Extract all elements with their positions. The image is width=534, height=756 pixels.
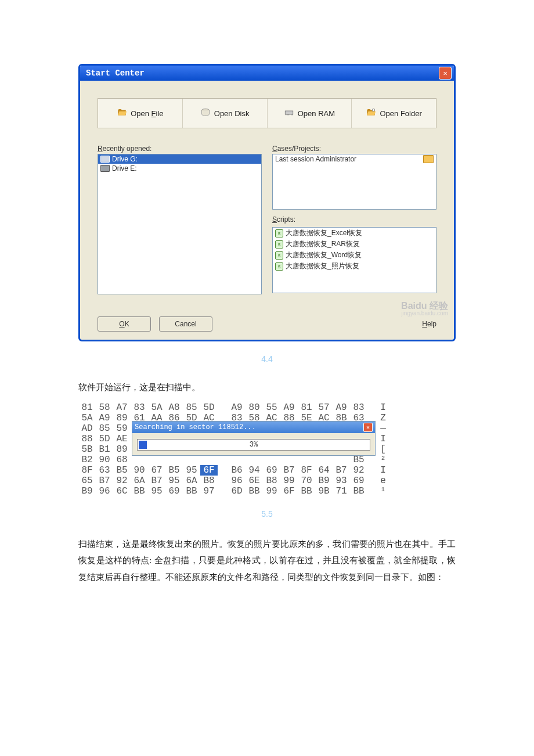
- hex-byte: 81: [78, 402, 96, 413]
- hex-byte: 58: [96, 402, 113, 413]
- hex-byte: 80: [246, 402, 263, 413]
- hex-byte: 93: [333, 476, 350, 486]
- list-item[interactable]: s大唐数据恢复_照片恢复: [273, 261, 436, 272]
- hex-byte: [218, 402, 228, 413]
- hex-byte: BB: [298, 486, 315, 496]
- step-number: 5.5: [78, 509, 456, 519]
- hex-byte: 8F: [298, 465, 315, 476]
- cases-list[interactable]: Last session Administrator: [272, 154, 436, 210]
- hex-byte: 95: [183, 465, 200, 476]
- hex-byte: [131, 455, 148, 465]
- hex-byte: A7: [113, 402, 131, 413]
- hex-byte: 57: [315, 402, 333, 413]
- hex-byte: B5: [350, 455, 367, 465]
- svg-rect-1: [285, 111, 293, 114]
- hex-byte: [200, 455, 218, 465]
- hex-byte: 96: [228, 476, 246, 486]
- hex-byte: 83: [350, 402, 367, 413]
- script-icon: s: [275, 229, 283, 237]
- list-item[interactable]: s大唐数据恢复_Word恢复: [273, 250, 436, 261]
- hex-byte: 92: [113, 476, 131, 486]
- script-icon: s: [275, 251, 283, 260]
- hex-byte: 94: [246, 465, 263, 476]
- hex-byte: B8: [200, 476, 218, 486]
- open-ram-button[interactable]: Open RAM: [268, 99, 352, 128]
- progress-title-text: Searching in sector 118512...: [135, 423, 256, 431]
- hex-byte: BB: [350, 486, 367, 496]
- hex-byte: [367, 465, 378, 476]
- scripts-list[interactable]: s大唐数据恢复_Excel恢复 s大唐数据恢复_RAR恢复 s大唐数据恢复_Wo…: [272, 227, 436, 293]
- open-ram-icon: [284, 107, 294, 120]
- hex-byte: B1: [96, 444, 113, 455]
- close-icon[interactable]: ✕: [363, 423, 373, 432]
- hex-byte: 97: [200, 486, 218, 496]
- hex-byte: 6A: [131, 476, 148, 486]
- hex-byte: 9B: [315, 486, 333, 496]
- titlebar[interactable]: Start Center ✕: [80, 66, 454, 81]
- drive-icon: [100, 165, 110, 172]
- hex-byte: B8: [263, 476, 280, 486]
- cases-label: Cases/Projects:: [272, 145, 436, 153]
- list-item[interactable]: Drive G:: [98, 154, 261, 164]
- hex-byte: 95: [148, 486, 165, 496]
- hex-byte: BB: [246, 486, 263, 496]
- hex-byte: 6D: [228, 486, 246, 496]
- hex-byte: [315, 455, 333, 465]
- hex-byte: 6C: [113, 486, 131, 496]
- hex-byte: B2: [78, 455, 96, 465]
- hex-byte: 68: [113, 455, 131, 465]
- hex-byte: B9: [78, 486, 96, 496]
- hex-byte: A9: [333, 402, 350, 413]
- hex-byte: [218, 486, 228, 496]
- list-item[interactable]: Last session Administrator: [273, 154, 436, 164]
- hex-byte: 6A: [183, 476, 200, 486]
- hex-byte: B7: [333, 465, 350, 476]
- hex-byte: e: [378, 476, 388, 486]
- hex-byte: 6E: [246, 476, 263, 486]
- hex-byte: [228, 455, 246, 465]
- hex-byte: 89: [113, 413, 131, 423]
- open-disk-label: Open Disk: [214, 109, 250, 118]
- step-number: 4.4: [78, 354, 456, 363]
- drive-icon: [100, 156, 110, 163]
- hex-byte: 65: [78, 476, 96, 486]
- list-item[interactable]: Drive E:: [98, 164, 261, 173]
- hex-byte: 69: [165, 486, 183, 496]
- cancel-button[interactable]: Cancel: [159, 316, 212, 332]
- hex-byte: Z: [378, 413, 388, 423]
- recently-opened-list[interactable]: Drive G: Drive E:: [98, 154, 262, 294]
- close-icon[interactable]: ✕: [439, 67, 452, 80]
- help-button[interactable]: Help: [422, 320, 436, 328]
- open-ram-label: Open RAM: [298, 109, 335, 118]
- progress-titlebar[interactable]: Searching in sector 118512... ✕: [132, 422, 375, 433]
- hex-byte: 95: [165, 476, 183, 486]
- hex-byte: 5D: [96, 434, 113, 444]
- hex-byte: [263, 455, 280, 465]
- hex-byte: 90: [96, 455, 113, 465]
- ok-button[interactable]: OK: [98, 316, 151, 332]
- recently-opened-label: Recently opened:: [98, 145, 262, 153]
- hex-byte: B7: [96, 476, 113, 486]
- hex-byte: 64: [315, 465, 333, 476]
- open-disk-button[interactable]: Open Disk: [183, 99, 268, 128]
- hex-byte: [298, 455, 315, 465]
- hex-byte: B5: [165, 465, 183, 476]
- list-item[interactable]: s大唐数据恢复_RAR恢复: [273, 239, 436, 250]
- watermark: Baidu 经验 jingyan.baidu.com: [80, 300, 454, 314]
- folder-icon: [423, 155, 434, 163]
- hex-view: Searching in sector 118512... ✕ 3% 8158A…: [78, 402, 403, 496]
- hex-byte: 96: [96, 486, 113, 496]
- hex-byte: 6F: [280, 486, 298, 496]
- hex-byte: 5D: [200, 402, 218, 413]
- open-file-button[interactable]: Open File: [98, 99, 183, 128]
- list-item[interactable]: s大唐数据恢复_Excel恢复: [273, 228, 436, 239]
- hex-byte: 55: [263, 402, 280, 413]
- hex-byte: ²: [378, 455, 388, 465]
- hex-byte: 8F: [78, 465, 96, 476]
- start-center-dialog: Start Center ✕ Open File Open Disk Open …: [78, 64, 456, 341]
- hex-byte: 71: [333, 486, 350, 496]
- hex-byte: B9: [315, 476, 333, 486]
- open-folder-button[interactable]: Open Folder: [352, 99, 436, 128]
- hex-byte: A9: [280, 402, 298, 413]
- hex-byte: AE: [113, 434, 131, 444]
